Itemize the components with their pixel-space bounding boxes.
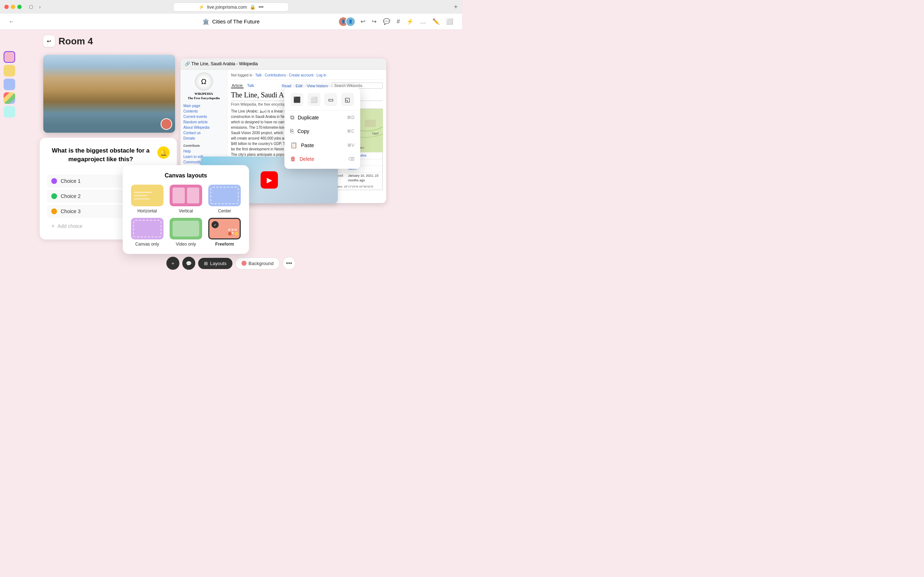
bg-color-dot [241,261,247,266]
aerial-image [43,55,175,133]
titlebar: ⬡ › ⚡ live.joinprisma.com 🔒 ••• + [0,0,462,14]
toolbar-left: ← [7,17,16,26]
layout-video-only[interactable]: Video only [168,218,203,247]
lock-icon: 🔒 [250,4,255,10]
quiz-notification-button[interactable]: 🔔 [157,147,170,159]
edit-button[interactable]: ✏️ [431,16,441,26]
wiki-nav-contents[interactable]: Contents [183,108,224,114]
color-teal[interactable] [3,106,15,118]
wiki-nav-current-events[interactable]: Current events [183,114,224,119]
wiki-nav-random[interactable]: Random article [183,119,224,125]
ctx-frame-btn[interactable]: ▭ [324,93,337,106]
layout-video-label: Video only [176,242,196,247]
layout-freeform-label: Freeform [215,242,234,247]
address-bar[interactable]: ⚡ live.joinprisma.com 🔒 ••• [173,3,289,11]
color-multi[interactable] [3,92,15,104]
new-tab-button[interactable]: + [454,3,458,11]
choice-2-dot [51,193,57,199]
layout-horizontal-thumb [131,185,163,206]
wiki-nav-help[interactable]: Help [183,148,224,154]
wiki-contributions-link[interactable]: Contributions [265,73,286,77]
more-options-button[interactable]: … [419,17,427,26]
dot-2 [231,229,234,231]
color-blue[interactable] [3,79,15,90]
toolbar-right: 👤 👤 ↩ ↪ 💬 # ⚡ … ✏️ ⬜ [338,16,455,27]
ctx-delete-item[interactable]: 🗑 Delete ⌫ [284,152,360,166]
canvas-layouts-title: Canvas layouts [130,172,242,179]
paste-icon: 📋 [290,142,297,148]
aerial-image-card[interactable] [43,55,175,133]
infobox-announced-val: January 10, 2021; 23 months ago [348,174,381,183]
wiki-nav-donate[interactable]: Donate [183,135,224,141]
duplicate-icon: ⧉ [290,114,294,121]
user-avatar-overlay [161,118,172,130]
quiz-question: What is the biggest obstacle for a megap… [47,147,155,164]
ctx-copy-left: ⎘ Copy [290,128,309,134]
more-tools-button[interactable]: ••• [283,257,296,270]
ctx-paste-style-btn[interactable]: ⬜ [307,93,320,106]
color-yellow[interactable] [3,65,15,76]
dot-1 [228,229,230,231]
layout-button[interactable]: ⬜ [445,16,455,26]
layout-video-thumb [170,218,202,239]
maximize-button[interactable] [17,5,22,9]
choice-1-label: Choice 1 [61,178,81,184]
layout-canvas-only[interactable]: Canvas only [130,218,164,247]
color-pink[interactable] [3,51,15,63]
dot-5 [231,232,234,234]
add-choice-label: Add choice [57,223,82,229]
forward-nav-button[interactable]: › [37,3,42,10]
youtube-play-button[interactable]: ▶ [261,171,278,189]
svg-text:Egypt: Egypt [372,132,379,135]
chat-button[interactable]: 💬 [182,257,195,270]
ctx-duplicate-item[interactable]: ⧉ Duplicate ⌘D [284,111,360,124]
canvas-area: ↩ Room 4 What is the biggest obstacle fo… [0,29,462,272]
wiki-globe-icon: Ω [195,73,213,90]
layout-horizontal[interactable]: Horizontal [130,185,164,213]
minimize-button[interactable] [11,5,15,9]
comment-button[interactable]: 💬 [381,16,392,26]
lightning-button[interactable]: ⚡ [405,16,415,26]
address-text: live.joinprisma.com [207,4,247,10]
wiki-talk-link[interactable]: Talk [255,73,262,77]
wiki-nav-contact[interactable]: Contact us [183,130,224,135]
wiki-nav-about[interactable]: About Wikipedia [183,125,224,130]
wiki-article-tab[interactable]: Article [231,83,244,89]
room-back-button[interactable]: ↩ [43,35,55,47]
wiki-create-account-link[interactable]: Create account [289,73,313,77]
ctx-transform-btn[interactable]: ◱ [341,93,354,106]
background-label: Background [249,261,274,266]
toolbar-center: 🏛️ Cities of The Future [202,18,260,25]
hash-button[interactable]: # [395,17,401,26]
choice-1-dot [51,178,57,184]
wiki-logo: Ω WIKIPEDIAThe Free Encyclopedia [183,73,224,100]
layout-vertical[interactable]: Vertical [168,185,203,213]
bottom-toolbar: + 💬 ⊞ Layouts Background ••• [0,254,462,272]
choice-3-dot [51,208,57,214]
undo-button[interactable]: ↩ [359,16,367,26]
wiki-talk-tab[interactable]: Talk [247,83,255,89]
ctx-paste-item[interactable]: 📋 Paste ⌘V [284,138,360,152]
avatar-2: 👤 [346,16,355,27]
more-address-icon: ••• [258,4,263,10]
wiki-nav-main-page[interactable]: Main page [183,103,224,108]
nav-controls: ⬡ › [27,3,42,10]
layout-center-border [210,187,239,204]
ctx-copy-style-btn[interactable]: ⬛ [291,93,304,106]
layout-freeform-thumb: ✓ [208,218,241,239]
layouts-button[interactable]: ⊞ Layouts [198,258,233,269]
delete-shortcut: ⌫ [348,156,354,161]
back-button[interactable]: ← [7,17,16,26]
duplicate-shortcut: ⌘D [347,115,354,120]
background-button[interactable]: Background [235,258,280,269]
layout-horizontal-label: Horizontal [137,208,157,213]
redo-button[interactable]: ↪ [370,16,378,26]
close-button[interactable] [4,5,9,9]
layout-freeform[interactable]: ✓ Freeform [208,218,242,247]
wiki-login-link[interactable]: Log in [317,73,326,77]
ctx-copy-item[interactable]: ⎘ Copy ⌘C [284,124,360,138]
add-button[interactable]: + [166,257,179,270]
layout-center[interactable]: Center [208,185,242,213]
delete-icon: 🗑 [290,156,296,162]
back-nav-button[interactable]: ⬡ [27,3,35,10]
